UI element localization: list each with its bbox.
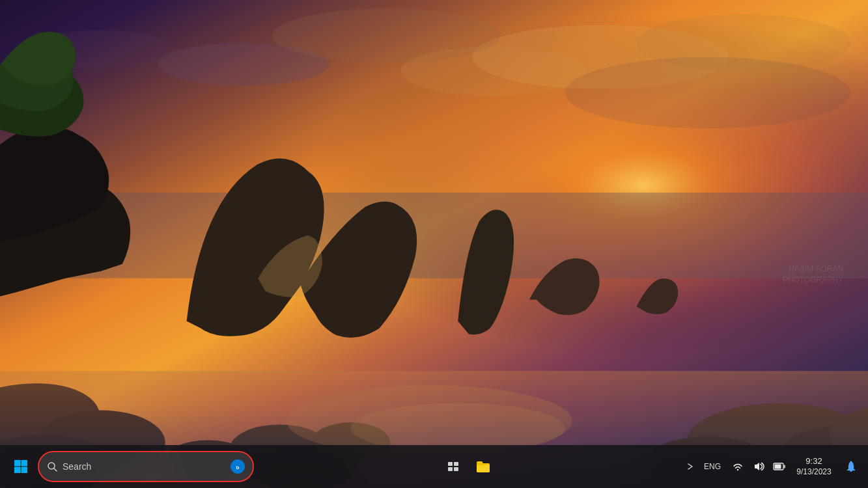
start-button[interactable]	[5, 451, 36, 482]
battery-button[interactable]	[770, 452, 789, 481]
svg-line-31	[54, 468, 57, 471]
svg-point-7	[272, 8, 501, 62]
desktop: NASIM SORAN PHOTOGRAPHY Search	[0, 0, 868, 488]
svg-rect-29	[21, 467, 28, 474]
svg-point-41	[850, 461, 852, 463]
language-indicator[interactable]: ENG	[699, 452, 726, 481]
wifi-button[interactable]	[729, 452, 747, 481]
svg-rect-40	[784, 465, 786, 468]
search-label: Search	[63, 461, 225, 472]
svg-rect-27	[21, 460, 28, 467]
svg-rect-39	[775, 465, 781, 469]
file-explorer-button[interactable]	[469, 452, 497, 481]
svg-text:NASIM SORAN: NASIM SORAN	[789, 264, 843, 273]
wifi-icon	[731, 460, 744, 473]
bell-icon	[845, 460, 858, 473]
taskbar: Search b	[0, 445, 868, 488]
svg-rect-36	[448, 467, 453, 471]
svg-rect-34	[448, 462, 453, 466]
svg-rect-28	[14, 467, 21, 474]
svg-text:b: b	[236, 465, 240, 470]
taskbar-center-icons	[255, 452, 682, 481]
svg-rect-37	[454, 467, 458, 471]
svg-point-8	[565, 57, 851, 129]
show-hidden-icons-button[interactable]	[684, 452, 696, 481]
bing-icon: b	[231, 459, 245, 474]
svg-text:PHOTOGRAPHY: PHOTOGRAPHY	[783, 275, 844, 284]
wallpaper: NASIM SORAN PHOTOGRAPHY	[0, 0, 868, 488]
clock-time: 9:32	[805, 456, 822, 467]
battery-icon	[773, 460, 786, 473]
volume-button[interactable]	[749, 452, 768, 481]
task-view-button[interactable]	[439, 452, 468, 481]
language-text: ENG	[701, 462, 723, 471]
search-icon	[47, 461, 57, 472]
search-bar[interactable]: Search b	[39, 452, 253, 481]
svg-rect-35	[454, 462, 458, 466]
windows-logo-icon	[13, 459, 29, 474]
system-tray: ENG	[684, 445, 863, 488]
notification-button[interactable]	[839, 452, 863, 481]
clock-button[interactable]: 9:32 9/13/2023	[791, 452, 837, 481]
svg-rect-26	[14, 460, 21, 467]
clock-date: 9/13/2023	[796, 467, 831, 478]
volume-icon	[752, 460, 765, 473]
